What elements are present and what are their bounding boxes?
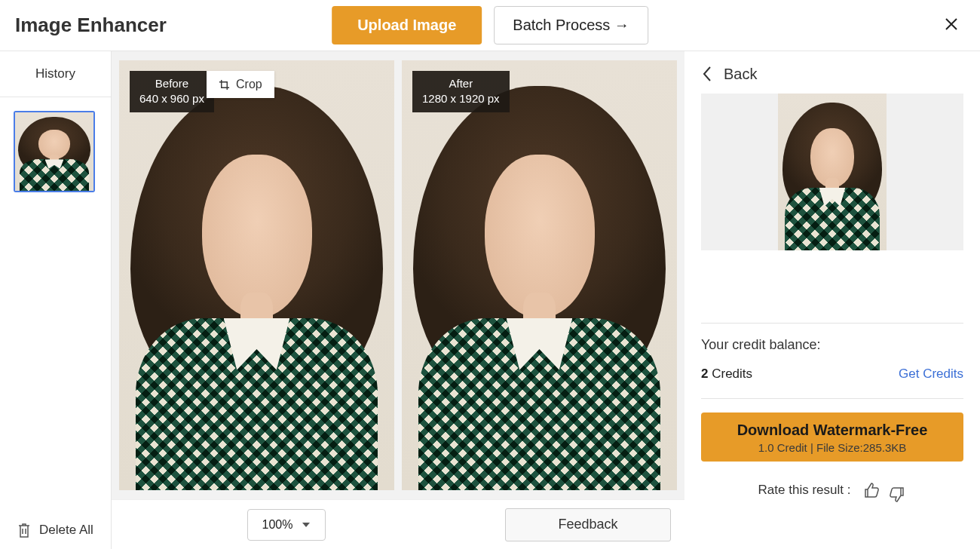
download-title: Download Watermark-Free xyxy=(701,422,963,439)
close-icon xyxy=(944,17,959,32)
upload-image-button[interactable]: Upload Image xyxy=(332,6,482,44)
zoom-value: 100% xyxy=(262,518,293,532)
credit-balance-label: Your credit balance: xyxy=(701,337,963,353)
download-subtitle: 1.0 Credit | File Size:285.3KB xyxy=(701,441,963,454)
history-thumbnail[interactable] xyxy=(14,111,95,192)
crop-button[interactable]: Crop xyxy=(207,71,274,98)
download-button[interactable]: Download Watermark-Free 1.0 Credit | Fil… xyxy=(701,413,963,462)
trash-icon xyxy=(17,522,32,538)
result-preview xyxy=(701,94,963,250)
feedback-button[interactable]: Feedback xyxy=(505,508,671,541)
chevron-left-icon xyxy=(701,65,713,83)
chevron-down-icon xyxy=(302,521,311,529)
batch-process-button[interactable]: Batch Process → xyxy=(494,6,648,44)
delete-all-label: Delete All xyxy=(39,523,93,538)
thumbs-down-icon[interactable] xyxy=(888,486,906,504)
rate-label: Rate this result : xyxy=(758,483,851,498)
get-credits-link[interactable]: Get Credits xyxy=(899,367,963,382)
right-panel: Back Your credit balance: 2 Credits Get … xyxy=(684,51,980,549)
delete-all-button[interactable]: Delete All xyxy=(0,511,111,549)
after-image xyxy=(402,60,677,490)
compare-area: Before 640 x 960 px Crop After 1280 x 19… xyxy=(112,51,684,549)
divider xyxy=(701,323,963,324)
sidebar: History Delete All xyxy=(0,51,112,549)
before-image xyxy=(119,60,394,490)
preview-image xyxy=(778,94,887,250)
before-pane: Before 640 x 960 px Crop xyxy=(119,60,394,499)
back-label: Back xyxy=(724,66,757,83)
back-button[interactable]: Back xyxy=(701,65,963,83)
divider xyxy=(701,398,963,399)
app-title: Image Enhancer xyxy=(15,14,167,37)
thumbnail-image xyxy=(15,112,93,191)
after-badge: After 1280 x 1920 px xyxy=(412,71,510,112)
credit-count: 2 Credits xyxy=(701,367,752,382)
close-button[interactable] xyxy=(941,14,962,35)
after-pane: After 1280 x 1920 px xyxy=(402,60,677,499)
crop-label: Crop xyxy=(236,78,262,91)
zoom-dropdown[interactable]: 100% xyxy=(247,509,326,541)
thumbs-up-icon[interactable] xyxy=(862,481,880,499)
before-badge: Before 640 x 960 px xyxy=(130,71,214,112)
crop-icon xyxy=(219,79,230,90)
tab-history[interactable]: History xyxy=(0,51,111,97)
